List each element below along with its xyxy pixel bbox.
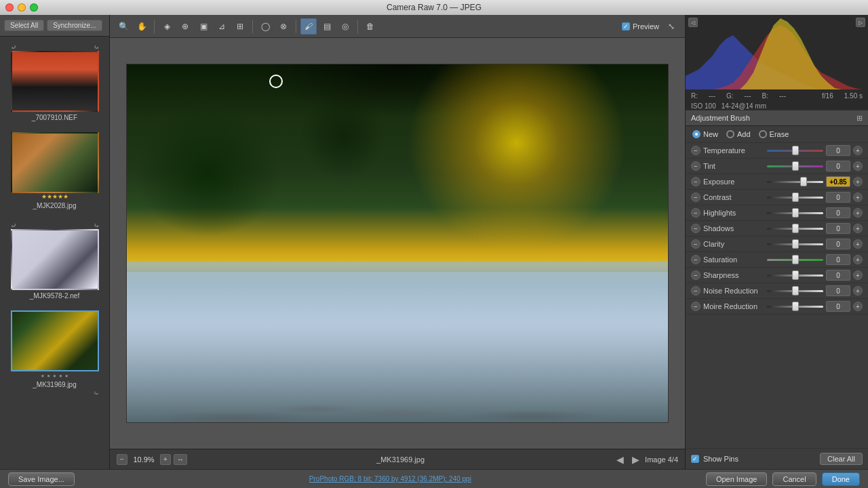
clear-all-button[interactable]: Clear All — [820, 453, 863, 465]
clarity-slider[interactable] — [767, 239, 823, 249]
mode-erase[interactable]: Erase — [759, 130, 789, 138]
preview-checkbox[interactable] — [622, 22, 630, 30]
prev-image-button[interactable]: ◀ — [614, 454, 627, 465]
close-button[interactable] — [5, 3, 14, 12]
moire-reduction-value[interactable] — [826, 301, 850, 312]
tint-plus[interactable]: + — [853, 161, 863, 171]
saturation-minus[interactable]: − — [691, 255, 701, 264]
highlights-minus[interactable]: − — [691, 208, 701, 218]
gradient-filter-tool[interactable]: ▤ — [319, 18, 335, 35]
maximize-button[interactable] — [30, 3, 38, 12]
straighten-tool[interactable]: ⊿ — [214, 18, 230, 35]
filmstrip-item-4[interactable]: ● ● ● ● ● _MK31969.jpg ⤿ — [4, 310, 105, 396]
radio-erase[interactable] — [759, 130, 767, 138]
moire-reduction-minus[interactable]: − — [691, 302, 701, 311]
adj-brush-tool[interactable]: 🖌 — [300, 18, 317, 35]
sharpness-slider[interactable] — [767, 270, 823, 280]
temperature-slider[interactable] — [767, 146, 823, 155]
noise-reduction-minus[interactable]: − — [691, 286, 701, 296]
show-pins-checkbox[interactable] — [691, 455, 699, 463]
radio-new[interactable] — [692, 130, 701, 138]
contrast-value[interactable] — [826, 192, 850, 203]
sharpness-plus[interactable]: + — [853, 270, 863, 280]
temperature-minus[interactable]: − — [691, 146, 701, 155]
b-value: --- — [779, 92, 786, 100]
mode-add[interactable]: Add — [726, 130, 751, 138]
highlights-row: − Highlights + — [686, 205, 868, 221]
moire-reduction-label: Moire Reduction — [703, 302, 764, 310]
zoom-in-button[interactable]: + — [160, 454, 171, 465]
highlights-value[interactable] — [826, 207, 850, 218]
tint-value[interactable] — [826, 161, 850, 171]
noise-reduction-slider[interactable] — [767, 286, 823, 296]
cancel-button[interactable]: Cancel — [772, 472, 816, 486]
hand-tool[interactable]: ✋ — [134, 18, 150, 35]
color-profile-info[interactable]: ProPhoto RGB; 8 bit; 7360 by 4912 (36.2M… — [309, 475, 471, 483]
fullscreen-button[interactable]: ⤡ — [663, 18, 679, 35]
film-thumb-3[interactable] — [11, 229, 99, 290]
filmstrip-item-3[interactable]: ⤾ ⤿ _MJK9578-2.nef — [4, 220, 105, 300]
done-button[interactable]: Done — [822, 472, 860, 486]
transform-tool[interactable]: ⊞ — [232, 18, 248, 35]
clarity-value[interactable] — [826, 239, 850, 249]
zoom-tool[interactable]: 🔍 — [115, 18, 132, 35]
next-image-button[interactable]: ▶ — [629, 454, 642, 465]
film-thumb-4[interactable] — [11, 310, 99, 371]
saturation-plus[interactable]: + — [853, 255, 863, 264]
crop-tool[interactable]: ▣ — [195, 18, 212, 35]
radio-add[interactable] — [726, 130, 734, 138]
white-balance-tool[interactable]: ◈ — [159, 18, 175, 35]
minimize-button[interactable] — [18, 3, 26, 12]
preview-filename: _MK31969.jpg — [376, 455, 425, 464]
film-thumb-2[interactable] — [11, 132, 99, 193]
noise-reduction-plus[interactable]: + — [853, 286, 863, 296]
panel-options-icon[interactable]: ⊞ — [856, 114, 863, 123]
contrast-plus[interactable]: + — [853, 192, 863, 202]
select-all-button[interactable]: Select All — [4, 20, 44, 31]
exposure-slider[interactable] — [767, 177, 823, 186]
moire-reduction-row: − Moire Reduction + — [686, 299, 868, 314]
save-image-button[interactable]: Save Image... — [8, 472, 75, 486]
histogram-left-clipping[interactable]: ◁ — [688, 18, 698, 27]
temperature-value[interactable] — [826, 145, 850, 156]
shadows-minus[interactable]: − — [691, 224, 701, 233]
tint-minus[interactable]: − — [691, 161, 701, 171]
contrast-minus[interactable]: − — [691, 192, 701, 202]
open-image-button[interactable]: Open Image — [706, 472, 768, 486]
mode-new[interactable]: New — [692, 130, 718, 138]
contrast-slider[interactable] — [767, 192, 823, 202]
histogram-arrow-right[interactable]: ▷ — [856, 18, 865, 27]
sharpness-minus[interactable]: − — [691, 270, 701, 280]
synchronize-button[interactable]: Synchronize... — [47, 20, 102, 31]
preview-controls: − 10.9% + ↔ _MK31969.jpg ◀ ▶ Image 4/4 — [110, 449, 685, 469]
film-thumb-1[interactable] — [11, 51, 99, 112]
shadows-value[interactable] — [826, 223, 850, 234]
noise-reduction-value[interactable] — [826, 285, 850, 296]
moire-reduction-plus[interactable]: + — [853, 302, 863, 311]
tint-slider[interactable] — [767, 161, 823, 171]
exposure-plus[interactable]: + — [853, 177, 863, 186]
window-buttons — [5, 3, 38, 12]
filmstrip-item-1[interactable]: ⤾ ⤿ _7007910.NEF — [4, 42, 105, 121]
highlights-plus[interactable]: + — [853, 208, 863, 218]
clarity-minus[interactable]: − — [691, 239, 701, 249]
clarity-plus[interactable]: + — [853, 239, 863, 249]
shadows-slider[interactable] — [767, 224, 823, 233]
moire-reduction-slider[interactable] — [767, 302, 823, 311]
radial-filter-tool[interactable]: ◎ — [337, 18, 353, 35]
saturation-slider[interactable] — [767, 255, 823, 264]
trash-tool[interactable]: 🗑 — [362, 18, 378, 35]
highlights-slider[interactable] — [767, 208, 823, 218]
zoom-fit-button[interactable]: ↔ — [174, 454, 187, 465]
saturation-value[interactable] — [826, 254, 850, 265]
exposure-value[interactable] — [826, 176, 850, 187]
sharpness-value[interactable] — [826, 270, 850, 281]
spot-heal-tool[interactable]: ◯ — [257, 18, 273, 35]
shadows-plus[interactable]: + — [853, 224, 863, 233]
filmstrip-item-2[interactable]: ★★★★★ _MJK2028.jpg — [4, 132, 105, 209]
exposure-minus[interactable]: − — [691, 177, 701, 186]
zoom-out-button[interactable]: − — [117, 454, 127, 465]
redeye-tool[interactable]: ⊗ — [275, 18, 292, 35]
temperature-plus[interactable]: + — [853, 146, 863, 155]
color-sample-tool[interactable]: ⊕ — [177, 18, 193, 35]
